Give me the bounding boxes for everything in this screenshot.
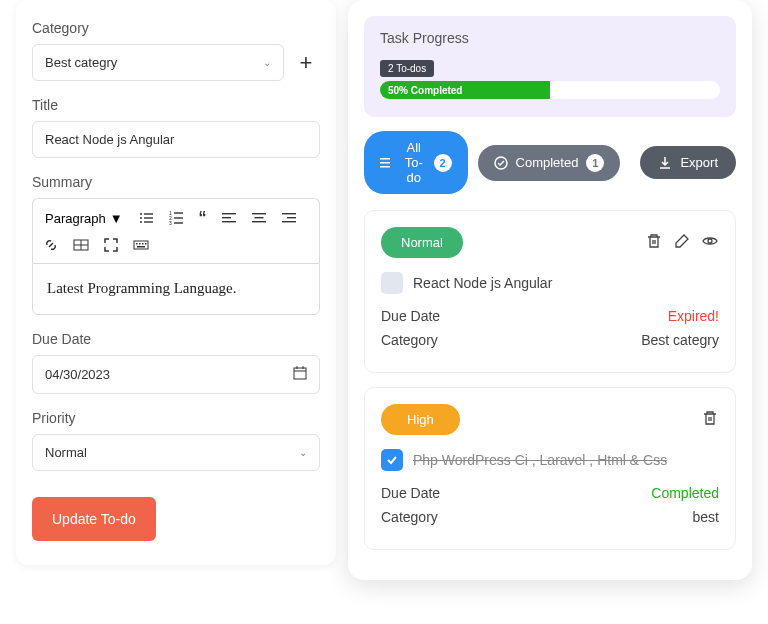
priority-badge: High (381, 404, 460, 435)
unordered-list-icon[interactable] (133, 205, 161, 231)
svg-rect-26 (139, 243, 141, 245)
category-select[interactable]: Best categry ⌄ (32, 44, 284, 81)
svg-rect-11 (174, 222, 183, 223)
list-icon (380, 156, 394, 170)
svg-rect-19 (287, 217, 296, 218)
summary-label: Summary (32, 174, 320, 190)
title-input[interactable] (32, 121, 320, 158)
priority-select[interactable]: Normal ⌄ (32, 434, 320, 471)
task-actions (701, 409, 719, 431)
svg-rect-16 (254, 217, 263, 218)
task-header: Normal (381, 227, 719, 258)
fullscreen-icon[interactable] (97, 233, 125, 257)
svg-rect-24 (134, 241, 148, 249)
due-value: Completed (651, 485, 719, 501)
svg-rect-28 (145, 243, 147, 245)
download-icon (658, 156, 672, 170)
priority-badge: Normal (381, 227, 463, 258)
completed-count-badge: 1 (586, 154, 604, 172)
export-button[interactable]: Export (640, 146, 736, 179)
task-title-row: Php WordPress Ci , Laravel , Html & Css (381, 449, 719, 471)
progress-bar-fill: 50% Completed (380, 81, 550, 99)
align-center-icon[interactable] (245, 205, 273, 231)
check-circle-icon (494, 156, 508, 170)
link-icon[interactable] (37, 233, 65, 257)
due-date-label: Due Date (32, 331, 320, 347)
svg-point-38 (708, 239, 712, 243)
tab-all-todo[interactable]: All To-do 2 (364, 131, 468, 194)
title-label: Title (32, 97, 320, 113)
svg-rect-29 (137, 246, 145, 248)
task-header: High (381, 404, 719, 435)
svg-point-2 (140, 217, 142, 219)
due-date-value: 04/30/2023 (45, 367, 110, 382)
task-card: HighPhp WordPress Ci , Laravel , Html & … (364, 387, 736, 550)
add-category-button[interactable]: + (292, 49, 320, 77)
priority-label: Priority (32, 410, 320, 426)
svg-rect-13 (222, 217, 231, 218)
due-date-row: Due DateCompleted (381, 485, 719, 501)
due-date-input[interactable]: 04/30/2023 (32, 355, 320, 394)
table-icon[interactable] (67, 233, 95, 257)
svg-rect-12 (222, 213, 236, 214)
svg-rect-35 (380, 162, 390, 164)
category-row: Best categry ⌄ + (32, 44, 320, 81)
svg-rect-3 (144, 217, 153, 218)
calendar-icon (293, 366, 307, 383)
task-title: React Node js Angular (413, 275, 552, 291)
view-icon[interactable] (701, 232, 719, 254)
filter-tabs: All To-do 2 Completed 1 Export (364, 131, 736, 194)
tab-completed[interactable]: Completed 1 (478, 145, 621, 181)
paragraph-selector[interactable]: Paragraph ▼ (37, 205, 131, 231)
svg-rect-7 (174, 212, 183, 213)
category-value: Best categry (641, 332, 719, 348)
due-date-row: Due DateExpired! (381, 308, 719, 324)
category-value: best (693, 509, 719, 525)
task-card: NormalReact Node js AngularDue DateExpir… (364, 210, 736, 373)
task-list-card: Task Progress 2 To-dos 50% Completed All… (348, 0, 752, 580)
due-value: Expired! (668, 308, 719, 324)
task-actions (645, 232, 719, 254)
keyboard-icon[interactable] (127, 233, 155, 257)
delete-icon[interactable] (645, 232, 663, 254)
chevron-down-icon: ⌄ (263, 57, 271, 68)
task-title: Php WordPress Ci , Laravel , Html & Css (413, 452, 667, 468)
priority-value: Normal (45, 445, 87, 460)
todo-form-card: Category Best categry ⌄ + Title Summary … (16, 0, 336, 565)
svg-rect-15 (252, 213, 266, 214)
todos-count-badge: 2 To-dos (380, 60, 434, 77)
task-checkbox[interactable] (381, 272, 403, 294)
editor-toolbar: Paragraph ▼ 123 “ (32, 198, 320, 263)
svg-rect-1 (144, 213, 153, 214)
svg-point-0 (140, 213, 142, 215)
caret-down-icon: ▼ (110, 211, 123, 226)
category-label: Category (32, 20, 320, 36)
svg-rect-14 (222, 221, 236, 222)
category-row: CategoryBest categry (381, 332, 719, 348)
progress-card: Task Progress 2 To-dos 50% Completed (364, 16, 736, 117)
svg-rect-36 (380, 166, 390, 168)
svg-rect-9 (174, 217, 183, 218)
svg-rect-30 (294, 368, 306, 379)
svg-rect-5 (144, 221, 153, 222)
task-title-row: React Node js Angular (381, 272, 719, 294)
category-value: Best categry (45, 55, 117, 70)
quote-icon[interactable]: “ (193, 205, 213, 231)
summary-editor[interactable]: Latest Programming Language. (32, 263, 320, 315)
edit-icon[interactable] (673, 232, 691, 254)
svg-rect-25 (136, 243, 138, 245)
svg-text:3: 3 (169, 220, 172, 226)
progress-title: Task Progress (380, 30, 720, 46)
ordered-list-icon[interactable]: 123 (163, 205, 191, 231)
update-todo-button[interactable]: Update To-do (32, 497, 156, 541)
svg-rect-17 (252, 221, 266, 222)
all-count-badge: 2 (434, 154, 452, 172)
task-checkbox[interactable] (381, 449, 403, 471)
delete-icon[interactable] (701, 409, 719, 431)
category-row: Categorybest (381, 509, 719, 525)
align-right-icon[interactable] (275, 205, 303, 231)
svg-point-4 (140, 221, 142, 223)
align-left-icon[interactable] (215, 205, 243, 231)
svg-rect-18 (282, 213, 296, 214)
chevron-down-icon: ⌄ (299, 447, 307, 458)
